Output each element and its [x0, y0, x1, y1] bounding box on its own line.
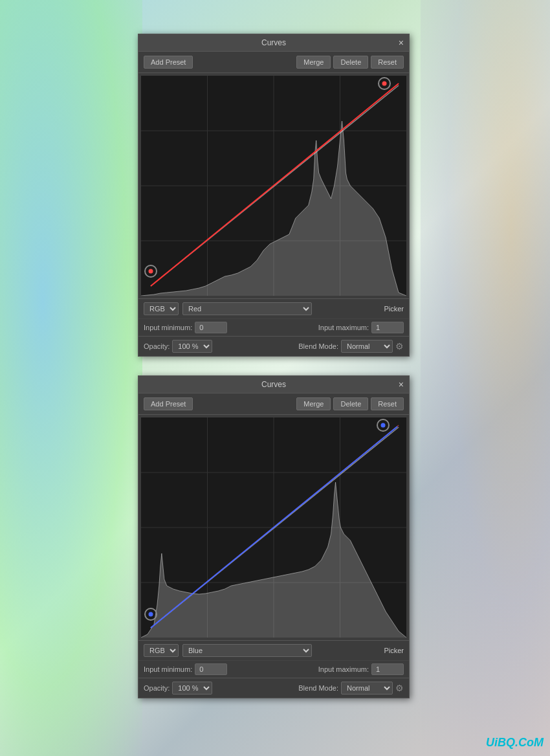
opacity-row-1: Opacity: 100 % Blend Mode: Normal ⚙ — [138, 336, 409, 356]
curves-canvas-2[interactable] — [141, 417, 406, 638]
picker-button-1[interactable]: Picker — [384, 305, 404, 313]
input-max-label-1: Input maximum: — [318, 324, 369, 331]
merge-button-2[interactable]: Merge — [296, 397, 331, 410]
curves-panel-1: Curves × Add Preset Merge Delete Reset — [138, 34, 410, 357]
channel-row-1: RGB Red Picker — [138, 298, 409, 318]
control-point-bottom-2[interactable] — [144, 608, 157, 621]
channel-select-4[interactable]: Blue — [182, 644, 312, 657]
opacity-select-2[interactable]: 100 % — [172, 682, 212, 695]
delete-button-1[interactable]: Delete — [333, 56, 368, 69]
gear-icon-1[interactable]: ⚙ — [395, 341, 404, 351]
channel-select-1[interactable]: RGB — [144, 302, 179, 315]
add-preset-button-1[interactable]: Add Preset — [144, 56, 193, 69]
input-row-2: Input minimum: Input maximum: — [138, 660, 409, 678]
panel-toolbar-1: Add Preset Merge Delete Reset — [138, 52, 409, 73]
blend-label-2: Blend Mode: — [298, 684, 338, 692]
input-max-label-2: Input maximum: — [318, 665, 369, 673]
control-point-top-2[interactable] — [377, 419, 390, 432]
channel-select-3[interactable]: RGB — [144, 644, 179, 657]
add-preset-button-2[interactable]: Add Preset — [144, 397, 193, 410]
opacity-label-2: Opacity: — [144, 684, 170, 692]
panel-titlebar-2: Curves × — [138, 376, 409, 394]
grid-svg-2 — [141, 417, 406, 638]
bg-blur-left — [0, 0, 142, 756]
panel-toolbar-2: Add Preset Merge Delete Reset — [138, 394, 409, 415]
opacity-label-1: Opacity: — [144, 342, 170, 350]
input-min-label-1: Input minimum: — [144, 324, 192, 331]
watermark: UiBQ.CoM — [486, 736, 544, 750]
input-min-label-2: Input minimum: — [144, 665, 192, 673]
input-max-field-1[interactable] — [371, 322, 404, 333]
reset-button-1[interactable]: Reset — [371, 56, 404, 69]
input-max-field-2[interactable] — [371, 663, 404, 675]
opacity-row-2: Opacity: 100 % Blend Mode: Normal ⚙ — [138, 678, 409, 698]
input-min-field-2[interactable] — [195, 663, 227, 675]
curves-panel-2: Curves × Add Preset Merge Delete Reset — [138, 375, 410, 698]
panel-title-2: Curves — [261, 380, 286, 389]
panel-title-1: Curves — [261, 38, 286, 47]
delete-button-2[interactable]: Delete — [333, 397, 368, 410]
picker-button-2[interactable]: Picker — [384, 647, 404, 654]
blend-select-2[interactable]: Normal — [341, 682, 393, 695]
svg-line-7 — [151, 83, 399, 286]
merge-button-1[interactable]: Merge — [296, 56, 331, 69]
input-min-field-1[interactable] — [195, 322, 227, 333]
channel-row-2: RGB Blue Picker — [138, 640, 409, 660]
blend-label-1: Blend Mode: — [298, 342, 338, 350]
opacity-select-1[interactable]: 100 % — [172, 340, 212, 353]
svg-line-15 — [151, 425, 399, 628]
blend-select-1[interactable]: Normal — [341, 340, 393, 353]
panel-titlebar-1: Curves × — [138, 34, 409, 52]
svg-line-14 — [151, 427, 399, 628]
control-point-top-1[interactable] — [378, 77, 391, 90]
reset-button-2[interactable]: Reset — [371, 397, 404, 410]
input-row-1: Input minimum: Input maximum: — [138, 318, 409, 336]
gear-icon-2[interactable]: ⚙ — [395, 683, 404, 693]
channel-select-2[interactable]: Red — [182, 302, 312, 315]
svg-line-6 — [151, 85, 399, 286]
close-button-2[interactable]: × — [399, 379, 404, 390]
svg-line-16 — [151, 427, 397, 628]
curves-canvas-1[interactable] — [141, 76, 406, 296]
control-point-bottom-1[interactable] — [144, 265, 157, 278]
grid-svg-1 — [141, 76, 406, 296]
toolbar-right-1: Merge Delete Reset — [296, 56, 404, 69]
close-button-1[interactable]: × — [399, 38, 404, 48]
bg-blur-right — [421, 0, 550, 756]
toolbar-right-2: Merge Delete Reset — [296, 397, 404, 410]
